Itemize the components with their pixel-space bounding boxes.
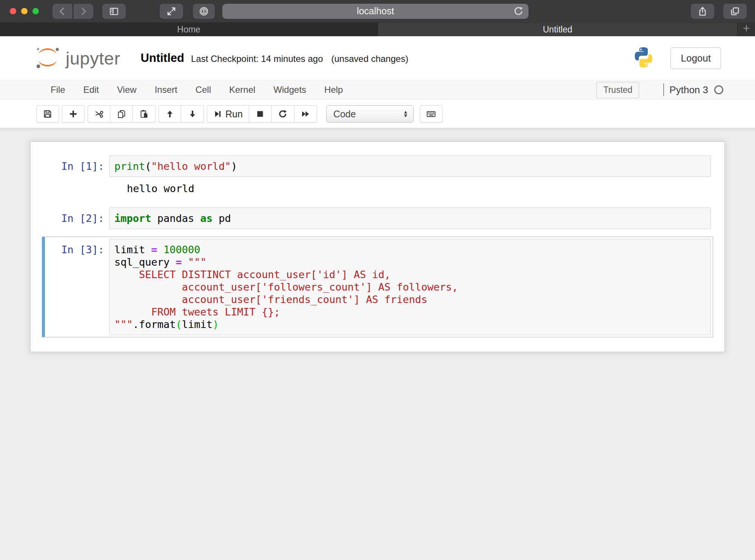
- browser-chrome: localhost: [0, 0, 755, 23]
- paste-cell-button[interactable]: [133, 105, 156, 123]
- code-line: import pandas as pd: [114, 212, 706, 225]
- menu-bar: File Edit View Insert Cell Kernel Widget…: [0, 80, 755, 100]
- address-bar[interactable]: localhost: [222, 4, 528, 19]
- move-up-icon: [165, 109, 175, 119]
- save-button[interactable]: [36, 105, 59, 123]
- zoom-window-button[interactable]: [32, 8, 39, 14]
- jupyter-logo[interactable]: jupyter: [35, 46, 120, 71]
- menu-kernel[interactable]: Kernel: [220, 85, 264, 95]
- sidebar-toggle-button[interactable]: [102, 4, 126, 19]
- code-line: account_user['friends_count'] AS friends: [114, 293, 706, 306]
- run-cell-button[interactable]: Run: [207, 105, 249, 123]
- menu-edit[interactable]: Edit: [74, 85, 108, 95]
- back-button[interactable]: [52, 4, 72, 19]
- code-cell-2[interactable]: In [2]: import pandas as pd: [42, 205, 713, 231]
- tabs-icon: [730, 6, 740, 17]
- interrupt-kernel-button[interactable]: [249, 105, 272, 123]
- back-icon: [57, 6, 67, 16]
- paste-cell-icon: [139, 109, 149, 119]
- code-line: FROM tweets LIMIT {};: [114, 306, 706, 318]
- cell-type-select[interactable]: Code ▲▼: [326, 105, 414, 123]
- code-line: limit = 100000: [114, 243, 706, 256]
- restart-kernel-icon: [278, 109, 288, 119]
- stop-icon: [255, 109, 265, 119]
- python-logo-icon: [632, 46, 655, 71]
- code-line: SELECT DISTINCT account_user['id'] AS id…: [114, 268, 706, 281]
- checkpoint-status: Last Checkpoint: 14 minutes ago: [191, 54, 323, 64]
- sidebar-icon: [108, 6, 120, 17]
- tab-bar: Home Untitled: [0, 23, 755, 36]
- code-line: print("hello world"): [114, 160, 706, 172]
- cell-type-value: Code: [333, 109, 356, 120]
- share-button[interactable]: [691, 4, 714, 19]
- copy-cell-icon: [117, 109, 126, 119]
- kernel-name: Python 3: [669, 84, 708, 96]
- input-prompt: In [1]:: [47, 155, 109, 177]
- add-cell-icon: [68, 109, 78, 119]
- expand-arrows-icon: [166, 6, 177, 17]
- reload-icon[interactable]: [513, 6, 524, 19]
- menu-insert[interactable]: Insert: [146, 85, 186, 95]
- output-prompt-spacer: [47, 177, 109, 198]
- tab-home[interactable]: Home: [0, 23, 378, 36]
- jupyter-logo-text: jupyter: [66, 48, 120, 69]
- run-icon: [213, 109, 222, 118]
- new-tab-button[interactable]: [737, 23, 755, 36]
- input-prompt: In [2]:: [47, 208, 109, 229]
- menu-cell[interactable]: Cell: [186, 85, 220, 95]
- keyboard-icon: [426, 109, 436, 119]
- move-down-icon: [188, 109, 197, 119]
- logout-button[interactable]: Logout: [670, 48, 721, 69]
- fast-forward-icon: [300, 109, 310, 119]
- address-bar-url: localhost: [357, 6, 394, 17]
- tab-untitled[interactable]: Untitled: [378, 23, 737, 36]
- kernel-idle-icon: [714, 85, 723, 94]
- tab-untitled-label: Untitled: [543, 25, 572, 35]
- copy-cell-button[interactable]: [110, 105, 133, 123]
- page-zoom-button[interactable]: [160, 4, 183, 19]
- code-input-area[interactable]: limit = 100000sql_query = """ SELECT DIS…: [109, 239, 711, 335]
- select-arrows-icon: ▲▼: [403, 110, 408, 118]
- close-window-button[interactable]: [10, 8, 16, 14]
- menu-help[interactable]: Help: [315, 85, 352, 95]
- forward-button[interactable]: [74, 4, 93, 19]
- input-prompt: In [3]:: [47, 239, 109, 335]
- notebook-background: In [1]: print("hello world") hello world…: [0, 128, 755, 560]
- tab-home-label: Home: [177, 25, 200, 35]
- cut-cell-button[interactable]: [88, 105, 110, 123]
- code-line: """.format(limit): [114, 318, 706, 331]
- move-cell-up-button[interactable]: [159, 105, 181, 123]
- trusted-badge[interactable]: Trusted: [596, 82, 639, 98]
- cut-cell-icon: [94, 109, 104, 119]
- save-icon: [43, 109, 52, 119]
- notebook-title[interactable]: Untitled: [141, 51, 184, 65]
- code-input-area[interactable]: print("hello world"): [109, 155, 711, 177]
- notebook-sheet: In [1]: print("hello world") hello world…: [30, 142, 725, 352]
- add-cell-button[interactable]: [62, 105, 85, 123]
- restart-run-all-button[interactable]: [294, 105, 317, 123]
- forward-icon: [79, 6, 88, 16]
- code-cell-1[interactable]: In [1]: print("hello world") hello world: [42, 153, 713, 200]
- jupyter-logo-icon: [35, 46, 60, 71]
- tab-overview-button[interactable]: [723, 4, 747, 19]
- code-line: account_user['followers_count'] AS follo…: [114, 281, 706, 293]
- code-input-area[interactable]: import pandas as pd: [109, 208, 711, 229]
- extension-icon: [199, 6, 209, 17]
- restart-kernel-button[interactable]: [272, 105, 294, 123]
- kernel-separator: [663, 83, 664, 96]
- menu-file[interactable]: File: [42, 85, 74, 95]
- menu-view[interactable]: View: [108, 85, 146, 95]
- window-controls: [10, 8, 39, 14]
- run-label: Run: [225, 109, 243, 120]
- code-cell-3-selected[interactable]: In [3]: limit = 100000sql_query = """ SE…: [42, 237, 713, 337]
- menu-widgets[interactable]: Widgets: [264, 85, 315, 95]
- command-palette-button[interactable]: [420, 105, 442, 123]
- move-cell-down-button[interactable]: [181, 105, 204, 123]
- minimize-window-button[interactable]: [21, 8, 28, 14]
- share-icon: [697, 6, 708, 17]
- extension-button[interactable]: [193, 4, 215, 19]
- plus-icon: [741, 23, 751, 35]
- code-line: sql_query = """: [114, 256, 706, 268]
- cell-output: hello world: [109, 177, 194, 198]
- notebook-toolbar: Run Code ▲▼: [0, 100, 755, 128]
